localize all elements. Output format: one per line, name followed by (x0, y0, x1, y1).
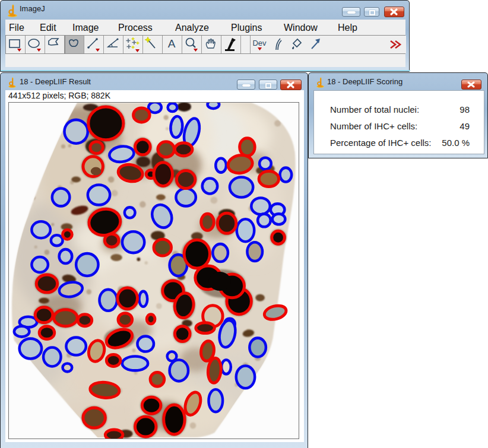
svg-text:A: A (168, 37, 176, 50)
svg-text:Dev: Dev (252, 39, 267, 47)
